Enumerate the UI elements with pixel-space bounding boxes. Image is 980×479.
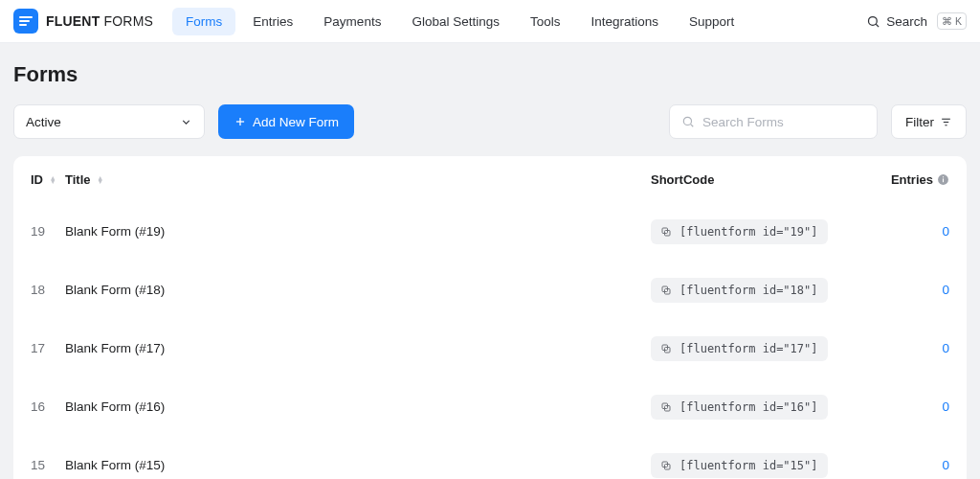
shortcode-text: [fluentform id="18"]: [679, 284, 818, 297]
nav-global-settings[interactable]: Global Settings: [398, 8, 513, 35]
shortcode-chip[interactable]: [fluentform id="15"]: [651, 453, 828, 478]
copy-icon: [660, 401, 672, 413]
shortcode-chip[interactable]: [fluentform id="16"]: [651, 395, 828, 420]
th-shortcode-label: ShortCode: [651, 172, 714, 187]
th-title-label: Title: [65, 172, 91, 187]
th-shortcode: ShortCode: [651, 172, 873, 187]
cell-shortcode: [fluentform id="17"]: [651, 336, 873, 361]
chevron-down-icon: [180, 116, 192, 128]
brand-light: FORMS: [100, 13, 153, 29]
th-id-label: ID: [31, 172, 43, 187]
logo-icon: [13, 9, 38, 34]
add-new-form-label: Add New Form: [253, 115, 339, 129]
sort-icon: ▲▼: [50, 176, 56, 184]
cell-title[interactable]: Blank Form (#16): [65, 399, 651, 414]
svg-point-4: [683, 117, 691, 125]
th-id[interactable]: ID ▲▼: [31, 172, 65, 187]
global-search[interactable]: Search: [866, 14, 927, 29]
table-row[interactable]: 19 Blank Form (#19) [fluentform id="19"]…: [31, 202, 949, 261]
svg-point-0: [869, 16, 878, 25]
copy-icon: [660, 460, 672, 471]
search-icon: [681, 115, 695, 128]
search-forms-box[interactable]: [669, 104, 878, 139]
search-forms-input[interactable]: [702, 115, 865, 129]
topbar-right: Search ⌘ K: [866, 12, 967, 30]
brand-name: FLUENT FORMS: [46, 13, 153, 29]
cell-title[interactable]: Blank Form (#15): [65, 458, 651, 472]
status-select-value: Active: [26, 115, 61, 129]
info-icon[interactable]: [937, 173, 949, 186]
plus-icon: [234, 115, 247, 128]
th-entries: Entries: [873, 172, 949, 187]
svg-rect-11: [943, 176, 944, 177]
nav-integrations[interactable]: Integrations: [577, 8, 672, 35]
shortcode-text: [fluentform id="15"]: [679, 459, 818, 472]
shortcode-text: [fluentform id="17"]: [679, 342, 818, 355]
shortcode-chip[interactable]: [fluentform id="19"]: [651, 219, 828, 244]
copy-icon: [660, 226, 672, 238]
svg-line-1: [877, 24, 880, 27]
filter-button[interactable]: Filter: [891, 104, 967, 139]
th-entries-label: Entries: [891, 172, 933, 187]
brand-bold: FLUENT: [46, 13, 100, 29]
cell-id: 15: [31, 458, 65, 472]
nav-tools[interactable]: Tools: [517, 8, 574, 35]
th-title[interactable]: Title ▲▼: [65, 172, 651, 187]
shortcode-chip[interactable]: [fluentform id="18"]: [651, 278, 828, 303]
toolbar: Active Add New Form Filter: [13, 104, 967, 139]
sort-icon: ▲▼: [97, 176, 103, 184]
svg-rect-10: [943, 178, 944, 182]
cell-entries[interactable]: 0: [873, 399, 949, 414]
nav-payments[interactable]: Payments: [310, 8, 394, 35]
cell-shortcode: [fluentform id="18"]: [651, 278, 873, 303]
cell-id: 17: [31, 341, 65, 355]
topbar: FLUENT FORMS Forms Entries Payments Glob…: [0, 0, 980, 43]
nav-forms[interactable]: Forms: [172, 8, 235, 35]
shortcode-text: [fluentform id="16"]: [679, 400, 818, 414]
search-icon: [866, 14, 880, 29]
filter-icon: [940, 116, 952, 128]
cell-shortcode: [fluentform id="15"]: [651, 453, 873, 478]
shortcode-chip[interactable]: [fluentform id="17"]: [651, 336, 828, 361]
cell-shortcode: [fluentform id="19"]: [651, 219, 873, 244]
table-row[interactable]: 17 Blank Form (#17) [fluentform id="17"]…: [31, 319, 949, 377]
cell-entries[interactable]: 0: [873, 283, 949, 297]
nav-support[interactable]: Support: [676, 8, 747, 35]
search-shortcut: ⌘ K: [937, 12, 967, 30]
cell-id: 16: [31, 399, 65, 414]
nav-entries[interactable]: Entries: [239, 8, 306, 35]
table-row[interactable]: 15 Blank Form (#15) [fluentform id="15"]…: [31, 436, 949, 479]
cell-entries[interactable]: 0: [873, 341, 949, 355]
cell-entries[interactable]: 0: [873, 224, 949, 239]
cell-title[interactable]: Blank Form (#17): [65, 341, 651, 355]
status-select[interactable]: Active: [13, 104, 205, 139]
table-row[interactable]: 16 Blank Form (#16) [fluentform id="16"]…: [31, 377, 949, 436]
page-title: Forms: [13, 62, 967, 87]
cell-id: 19: [31, 224, 65, 239]
forms-table: ID ▲▼ Title ▲▼ ShortCode Entries 19 Blan…: [13, 156, 967, 479]
table-header: ID ▲▼ Title ▲▼ ShortCode Entries: [31, 156, 949, 202]
page: Forms Active Add New Form Filter ID ▲▼ T…: [0, 43, 980, 479]
cell-entries[interactable]: 0: [873, 458, 949, 472]
brand-logo[interactable]: FLUENT FORMS: [13, 9, 153, 34]
table-row[interactable]: 18 Blank Form (#18) [fluentform id="18"]…: [31, 261, 949, 319]
copy-icon: [660, 285, 672, 296]
filter-label: Filter: [905, 115, 934, 129]
cell-shortcode: [fluentform id="16"]: [651, 395, 873, 420]
cell-title[interactable]: Blank Form (#19): [65, 224, 651, 239]
global-search-label: Search: [886, 14, 927, 29]
cell-id: 18: [31, 283, 65, 297]
shortcode-text: [fluentform id="19"]: [679, 225, 818, 239]
svg-line-5: [691, 125, 694, 127]
copy-icon: [660, 343, 672, 354]
cell-title[interactable]: Blank Form (#18): [65, 283, 651, 297]
main-nav: Forms Entries Payments Global Settings T…: [172, 8, 747, 35]
add-new-form-button[interactable]: Add New Form: [218, 104, 354, 139]
